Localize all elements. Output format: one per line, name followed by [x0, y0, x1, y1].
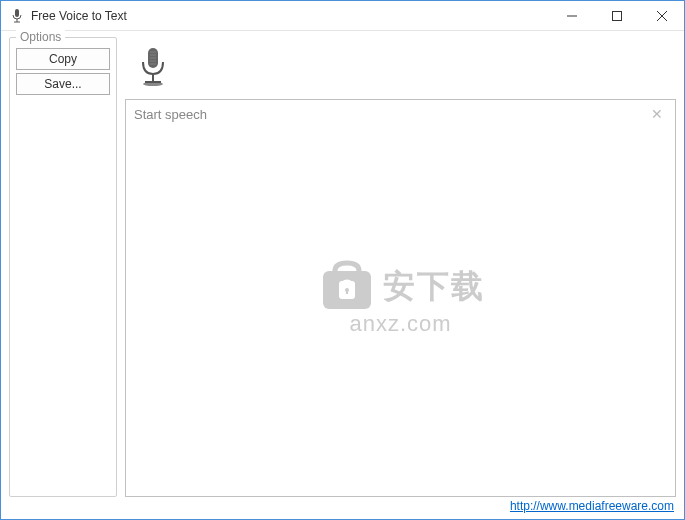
minimize-button[interactable]: [549, 1, 594, 30]
titlebar: Free Voice to Text: [1, 1, 684, 31]
close-button[interactable]: [639, 1, 684, 30]
options-group: Options Copy Save...: [9, 37, 117, 497]
microphone-icon[interactable]: [133, 44, 173, 92]
options-legend: Options: [16, 30, 65, 44]
watermark: 安下载 anxz.com: [317, 259, 485, 337]
maximize-button[interactable]: [594, 1, 639, 30]
window-controls: [549, 1, 684, 30]
watermark-text-domain: anxz.com: [317, 311, 485, 337]
svg-rect-16: [323, 271, 371, 309]
watermark-text-cn: 安下载: [383, 265, 485, 309]
svg-rect-19: [346, 290, 348, 294]
clear-icon[interactable]: ✕: [647, 106, 667, 122]
svg-rect-4: [612, 11, 621, 20]
save-button[interactable]: Save...: [16, 73, 110, 95]
app-icon: [9, 8, 25, 24]
window-title: Free Voice to Text: [31, 9, 549, 23]
svg-point-15: [143, 82, 163, 86]
bag-icon: [317, 259, 377, 311]
svg-point-18: [345, 288, 349, 292]
svg-rect-17: [339, 281, 355, 299]
text-area-header: Start speech ✕: [126, 100, 675, 128]
speech-placeholder: Start speech: [134, 107, 647, 122]
copy-button[interactable]: Copy: [16, 48, 110, 70]
sidebar: Options Copy Save...: [9, 37, 117, 497]
microphone-area: [125, 37, 676, 99]
content-area: Options Copy Save...: [1, 31, 684, 499]
footer: http://www.mediafreeware.com: [1, 499, 684, 519]
app-window: Free Voice to Text Options Copy Save...: [0, 0, 685, 520]
svg-rect-0: [15, 9, 19, 17]
speech-text-area[interactable]: Start speech ✕ 安下载: [125, 99, 676, 497]
website-link[interactable]: http://www.mediafreeware.com: [510, 499, 674, 513]
main-panel: Start speech ✕ 安下载: [125, 37, 676, 497]
